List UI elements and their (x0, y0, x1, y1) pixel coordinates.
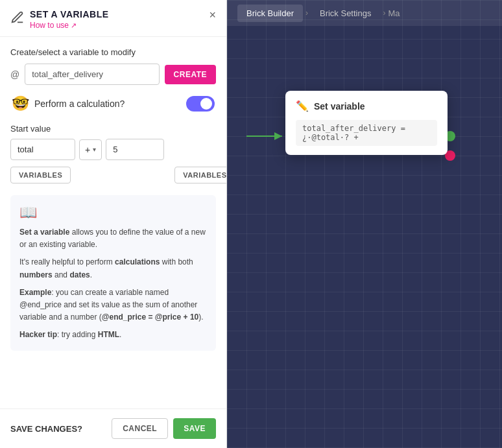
cancel-button[interactable]: CANCEL (112, 418, 168, 439)
variable-card: ✏️ Set variable total_after_delivery = ¿… (285, 91, 448, 155)
nav-chevron-2: › (383, 8, 385, 18)
card-header: ✏️ Set variable (296, 100, 437, 112)
variables-btns-row: VARIABLES VARIABLES (10, 167, 216, 183)
info-p1: Set a variable allows you to define the … (19, 226, 207, 251)
info-p2: It's really helpful to perform calculati… (19, 256, 207, 281)
calculation-row: 🤓 Perform a calculation? (10, 95, 216, 112)
toggle-slider (186, 96, 215, 112)
close-button[interactable]: × (209, 9, 216, 21)
at-prefix: @ (10, 69, 19, 80)
start-value-label: Start value (10, 124, 216, 134)
nav-tab-brick-builder[interactable]: Brick Builder (237, 5, 303, 22)
title-block: SET A VARIABLE How to use ↗ (30, 9, 109, 30)
variable-section-label: Create/select a variable to modify (10, 47, 216, 57)
calculation-toggle[interactable] (186, 96, 215, 112)
variables-button-left[interactable]: VARIABLES (10, 167, 71, 183)
variables-button-right[interactable]: VARIABLES (174, 167, 226, 183)
save-changes-label: SAVE CHANGES? (10, 424, 82, 434)
nerd-emoji: 🤓 (12, 95, 29, 112)
info-p3: Example: you can create a variable named… (19, 287, 207, 324)
operator-select[interactable]: + ▾ (79, 139, 102, 160)
calc-inputs-row: + ▾ (10, 139, 216, 160)
panel-header: SET A VARIABLE How to use ↗ × (0, 0, 226, 37)
nav-tab-more: Ma (388, 8, 400, 18)
info-text: Set a variable allows you to define the … (19, 226, 207, 342)
connector-svg (227, 0, 502, 448)
right-value-input[interactable] (106, 139, 164, 160)
right-canvas: Brick Builder › Brick Settings › Ma ✏️ S… (227, 0, 502, 448)
operator-value: + (85, 145, 90, 155)
panel-title: SET A VARIABLE (30, 9, 109, 19)
book-icon: 📖 (19, 204, 207, 221)
how-to-use-link[interactable]: How to use ↗ (30, 21, 109, 30)
footer-buttons: CANCEL SAVE (112, 418, 216, 439)
create-button[interactable]: CREATE (165, 65, 216, 84)
calculation-label: Perform a calculation? (34, 99, 125, 109)
card-formula: total_after_delivery = ¿·@total·? + (296, 120, 437, 146)
card-pencil-icon: ✏️ (296, 100, 309, 112)
external-link-icon: ↗ (71, 21, 77, 30)
nav-chevron-1: › (305, 8, 308, 18)
card-title: Set variable (314, 101, 365, 112)
info-p4: Hacker tip: try adding HTML. (19, 329, 207, 341)
calc-left: 🤓 Perform a calculation? (12, 95, 125, 112)
panel-body: Create/select a variable to modify @ CRE… (0, 37, 226, 408)
variable-name-input[interactable] (25, 64, 159, 85)
left-panel: SET A VARIABLE How to use ↗ × Create/sel… (0, 0, 227, 448)
left-value-input[interactable] (10, 139, 75, 160)
chevron-down-icon: ▾ (93, 146, 96, 153)
nav-tab-brick-settings[interactable]: Brick Settings (311, 5, 380, 22)
header-left: SET A VARIABLE How to use ↗ (10, 9, 109, 30)
pencil-icon (10, 10, 25, 25)
top-nav: Brick Builder › Brick Settings › Ma (227, 0, 502, 26)
variable-input-row: @ CREATE (10, 64, 216, 85)
panel-footer: SAVE CHANGES? CANCEL SAVE (0, 408, 226, 448)
save-button[interactable]: SAVE (173, 418, 216, 439)
info-box: 📖 Set a variable allows you to define th… (10, 195, 216, 351)
